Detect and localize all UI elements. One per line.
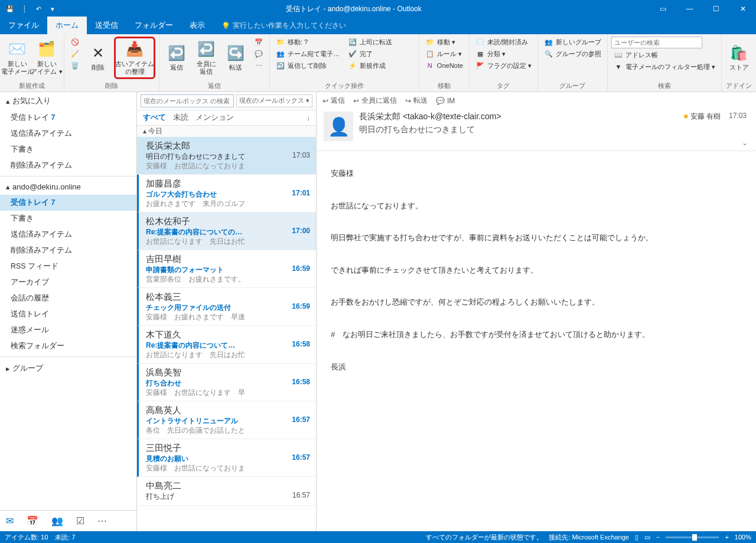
nav-people-icon[interactable]: 👥 (51, 515, 63, 526)
rules-icon: 📋 (425, 49, 435, 58)
im-icon: 💬 (436, 97, 445, 105)
reading-im-button[interactable]: 💬IM (436, 96, 455, 106)
nav-junk[interactable]: 迷惑メール (0, 322, 136, 338)
tab-folder[interactable]: フォルダー (126, 17, 181, 34)
chevron-down-icon[interactable]: ⌄ (742, 139, 748, 147)
nav-search-folders[interactable]: 検索フォルダー (0, 338, 136, 354)
msg-tab-mention[interactable]: メンション (195, 113, 234, 123)
meeting-icon: 📅 (254, 37, 263, 47)
zoom-slider[interactable] (666, 537, 719, 538)
quickstep-boss[interactable]: ↪️上司に転送 (346, 37, 415, 47)
undo-icon[interactable]: ↶ (33, 4, 44, 14)
nav-fav-sent[interactable]: 送信済みアイテム (0, 126, 136, 142)
message-item[interactable]: 松木佐和子Re:提案書の内容についての…お世話になります 先日はお忙17:00 (137, 212, 316, 250)
new-email-button[interactable]: ✉️新しい 電子メール (4, 37, 31, 79)
flag-button[interactable]: 🚩フラグの設定 ▾ (473, 60, 534, 71)
junk-button[interactable]: 🗑️ (68, 60, 82, 71)
people-search-input[interactable] (611, 37, 702, 48)
move-button[interactable]: 📁移動 ▾ (423, 37, 465, 47)
quickstep-done[interactable]: ✔️完了 (346, 48, 415, 59)
filter-button[interactable]: ▼電子メールのフィルター処理 ▾ (611, 61, 718, 72)
ribbon-options-icon[interactable]: ▭ (650, 0, 676, 18)
message-item[interactable]: 中島亮二打ち上げ16:57 (137, 477, 316, 506)
reply-button[interactable]: ↩️返信 (163, 37, 190, 79)
tell-me[interactable]: 💡実行したい作業を入力してください (213, 17, 354, 34)
quickstep-team[interactable]: 👥チーム宛て電子… (273, 48, 343, 59)
tab-sendrecv[interactable]: 送受信 (87, 17, 126, 34)
new-items-button[interactable]: 🗂️新しい アイテム ▾ (33, 37, 60, 79)
nav-groups-header[interactable]: ▸グループ (0, 359, 136, 377)
clean-button[interactable]: 🧹 (68, 48, 82, 59)
message-item[interactable]: 三田悦子見積のお願い安藤様 お世話になっておりま16:57 (137, 439, 316, 477)
more-button[interactable]: ⋯ (252, 60, 266, 71)
msg-sender: 松本義三 (146, 292, 310, 303)
msg-tab-all[interactable]: すべて (143, 113, 166, 123)
close-icon[interactable]: ✕ (729, 0, 756, 18)
reading-category[interactable]: 安藤 有樹 (683, 112, 721, 122)
maximize-icon[interactable]: ☐ (703, 0, 729, 18)
store-button[interactable]: 🛍️ストア (725, 37, 752, 79)
nav-rss[interactable]: RSS フィード (0, 259, 136, 274)
addressbook-button[interactable]: 📖アドレス帳 (611, 50, 718, 60)
msg-time: 16:57 (292, 453, 310, 462)
im-button[interactable]: 💬 (252, 48, 266, 59)
nav-inbox[interactable]: 受信トレイ 7 (0, 195, 136, 211)
nav-favorites-header[interactable]: ▴お気に入り (0, 92, 136, 110)
browse-group-button[interactable]: 🔍グループの参照 (542, 48, 604, 59)
tab-view[interactable]: 表示 (181, 17, 213, 34)
nav-fav-deleted[interactable]: 削除済みアイテム (0, 158, 136, 174)
nav-drafts[interactable]: 下書き (0, 211, 136, 227)
nav-tasks-icon[interactable]: ☑ (76, 515, 84, 526)
message-item[interactable]: 吉田早樹申請書類のフォーマット営業部各位 お疲れさまです。16:59 (137, 250, 316, 288)
nav-more-icon[interactable]: ⋯ (97, 515, 107, 526)
message-item[interactable]: 木下道久Re:提案書の内容について…お世話になります 先日はお忙16:58 (137, 326, 316, 364)
meeting-button[interactable]: 📅 (252, 37, 266, 47)
msg-tab-unread[interactable]: 未読 (173, 113, 188, 123)
tab-home[interactable]: ホーム (47, 17, 87, 34)
archive-button[interactable]: 📥古いアイテム の整理 (114, 37, 155, 79)
view-reading-icon[interactable]: ▭ (644, 534, 650, 541)
reading-reply-button[interactable]: ↩返信 (322, 96, 345, 106)
delete-button[interactable]: ✕削除 (84, 37, 112, 79)
message-item[interactable]: 松本義三チェック用ファイルの送付安藤様 お疲れさまです 早速16:59 (137, 288, 316, 326)
nav-account-header[interactable]: ▴ando@dekiru.online (0, 179, 136, 195)
view-normal-icon[interactable]: ▯ (635, 534, 638, 541)
qat-customize-icon[interactable]: ▾ (47, 4, 58, 14)
ribbon-tabs: ファイル ホーム 送受信 フォルダー 表示 💡実行したい作業を入力してください (0, 18, 756, 34)
unread-button[interactable]: ✉️未読/開封済み (473, 37, 534, 47)
message-item[interactable]: 長浜栄太郎明日の打ち合わせにつきまして安藤様 お世話になっておりま17:03 (137, 137, 316, 175)
reading-forward-button[interactable]: ↪転送 (405, 96, 428, 106)
save-icon[interactable]: 💾 (5, 4, 15, 14)
msg-sort-dropdown[interactable]: ↓ (307, 115, 311, 122)
search-scope-dropdown[interactable]: 現在のメールボックス ▾ (236, 94, 312, 107)
nav-fav-drafts[interactable]: 下書き (0, 142, 136, 158)
forward-button[interactable]: ↪️転送 (222, 37, 249, 79)
new-group-button[interactable]: 👥新しいグループ (542, 37, 604, 47)
nav-conversation[interactable]: 会話の履歴 (0, 290, 136, 306)
nav-sent[interactable]: 送信済みアイテム (0, 227, 136, 243)
mail-search-input[interactable] (141, 94, 234, 107)
nav-fav-inbox[interactable]: 受信トレイ 7 (0, 110, 136, 126)
quickstep-move[interactable]: 📁移動: ? (273, 37, 343, 47)
nav-calendar-icon[interactable]: 📅 (27, 515, 38, 526)
zoom-in-icon[interactable]: + (725, 534, 728, 541)
message-item[interactable]: 浜島美智打ち合わせ安藤様 お世話になります 早16:58 (137, 364, 316, 401)
quickstep-replydel[interactable]: ↩️返信して削除 (273, 60, 343, 71)
msg-group-today[interactable]: ▴ 今日 (137, 126, 316, 137)
categorize-button[interactable]: ▦分類 ▾ (473, 48, 534, 59)
reading-replyall-button[interactable]: ↩全員に返信 (353, 96, 397, 106)
message-item[interactable]: 高島英人イントラサイトリニューアル各位 先日の会議でお話したと16:57 (137, 401, 316, 439)
minimize-icon[interactable]: — (676, 0, 703, 18)
onenote-button[interactable]: NOneNote (423, 60, 465, 71)
nav-mail-icon[interactable]: ✉ (6, 515, 14, 526)
rules-button[interactable]: 📋ルール ▾ (423, 48, 465, 59)
ignore-button[interactable]: 🚫 (68, 37, 82, 47)
reply-all-button[interactable]: ↩️全員に 返信 (193, 37, 220, 79)
tab-file[interactable]: ファイル (0, 17, 47, 34)
quickstep-new[interactable]: ⚡新規作成 (346, 60, 415, 71)
zoom-out-icon[interactable]: − (656, 534, 660, 541)
nav-outbox[interactable]: 送信トレイ (0, 306, 136, 322)
nav-deleted[interactable]: 削除済みアイテム (0, 243, 136, 259)
message-item[interactable]: 加藤昌彦ゴルフ大会打ち合わせお疲れさまです 来月のゴルフ17:01 (137, 175, 316, 212)
nav-archive[interactable]: アーカイブ (0, 274, 136, 290)
